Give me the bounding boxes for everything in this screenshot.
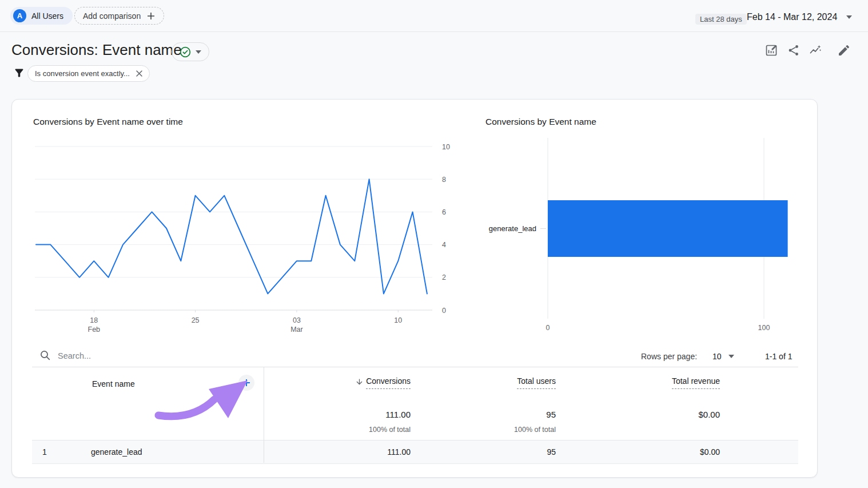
date-range-picker[interactable]: Feb 14 - Mar 12, 2024	[747, 12, 852, 22]
svg-text:6: 6	[442, 208, 446, 216]
column-header-conversions[interactable]: Conversions	[355, 376, 411, 389]
row-conversions: 111.00	[387, 441, 411, 463]
line-chart-title: Conversions by Event name over time	[33, 117, 183, 127]
date-preset-badge: Last 28 days	[695, 14, 747, 25]
svg-text:4: 4	[442, 241, 446, 249]
column-header-event-name[interactable]: Event name	[92, 379, 135, 388]
page-title: Conversions: Event name	[11, 41, 182, 59]
comparison-bar: A All Users Add comparison Last 28 days …	[0, 0, 868, 32]
column-header-total-revenue-label: Total revenue	[672, 376, 720, 389]
customize-report-button[interactable]	[764, 43, 779, 58]
plus-icon	[146, 11, 156, 21]
annotation-arrow	[146, 373, 257, 427]
column-header-conversions-label: Conversions	[366, 376, 411, 389]
share-button[interactable]	[786, 43, 801, 58]
svg-text:Feb: Feb	[88, 326, 101, 334]
search-input[interactable]	[57, 348, 276, 363]
row-total-users: 95	[547, 441, 556, 463]
rows-per-page-label: Rows per page:	[641, 352, 697, 361]
sort-descending-icon	[355, 378, 364, 386]
total-users: 95	[546, 410, 556, 419]
date-range-caret-icon	[846, 15, 852, 19]
column-header-total-revenue[interactable]: Total revenue	[672, 376, 720, 389]
svg-text:03: 03	[293, 316, 301, 324]
date-range-text: Feb 14 - Mar 12, 2024	[747, 12, 837, 22]
share-icon	[787, 43, 801, 57]
segment-avatar: A	[13, 9, 26, 22]
rows-per-page-value: 10	[712, 352, 722, 361]
svg-text:2: 2	[442, 273, 446, 281]
close-icon[interactable]	[135, 69, 144, 78]
search-icon	[39, 350, 51, 361]
svg-text:18: 18	[90, 316, 98, 324]
total-users-share: 100% of total	[514, 426, 556, 434]
add-comparison-button[interactable]: Add comparison	[74, 7, 164, 25]
filter-chip-label: Is conversion event exactly...	[35, 69, 130, 78]
svg-text:generate_lead: generate_lead	[489, 224, 536, 233]
svg-text:Mar: Mar	[290, 326, 303, 334]
total-conversions: 111.00	[385, 410, 411, 419]
filter-chip[interactable]: Is conversion event exactly...	[27, 65, 150, 82]
chevron-down-icon	[196, 50, 201, 54]
conversions-over-time-line-chart: 024681018Feb2503Mar10	[29, 134, 455, 340]
bar-chart-title: Conversions by Event name	[485, 117, 596, 127]
check-circle-icon	[180, 46, 191, 58]
svg-text:0: 0	[442, 307, 446, 315]
ga4-conversions-report: A All Users Add comparison Last 28 days …	[0, 0, 868, 488]
row-number: 1	[42, 441, 47, 463]
row-event-name: generate_lead	[91, 441, 142, 463]
insights-button[interactable]	[808, 43, 823, 58]
svg-text:0: 0	[546, 324, 550, 332]
insights-icon	[809, 43, 822, 57]
table-column-divider	[264, 367, 264, 463]
column-header-total-users[interactable]: Total users	[517, 376, 556, 389]
customize-report-icon	[765, 43, 778, 57]
total-revenue: $0.00	[698, 410, 720, 419]
column-header-total-users-label: Total users	[517, 376, 556, 389]
svg-text:25: 25	[192, 316, 200, 324]
report-status-dropdown[interactable]	[172, 42, 209, 61]
filter-funnel-icon	[13, 67, 25, 79]
total-conversions-share: 100% of total	[369, 426, 411, 434]
table-top-divider	[32, 367, 798, 367]
svg-text:8: 8	[442, 176, 446, 184]
svg-text:100: 100	[758, 324, 770, 332]
conversions-by-event-bar-chart: 0100generate_lead	[481, 134, 813, 337]
segment-label: All Users	[31, 11, 63, 21]
svg-text:10: 10	[442, 143, 450, 151]
row-total-revenue: $0.00	[700, 441, 720, 463]
table-row[interactable]: 1 generate_lead 111.00 95 $0.00	[32, 440, 798, 464]
svg-text:10: 10	[394, 316, 402, 324]
rows-per-page-caret-icon	[728, 355, 734, 358]
report-card: Conversions by Event name over time Conv…	[11, 99, 818, 478]
segment-chip-all-users[interactable]: A All Users	[10, 7, 73, 25]
edit-pencil-icon	[837, 43, 851, 57]
rows-per-page-select[interactable]: 10	[712, 352, 734, 361]
edit-button[interactable]	[837, 43, 851, 58]
add-comparison-label: Add comparison	[83, 11, 141, 21]
pagination-status: 1-1 of 1	[765, 352, 792, 361]
